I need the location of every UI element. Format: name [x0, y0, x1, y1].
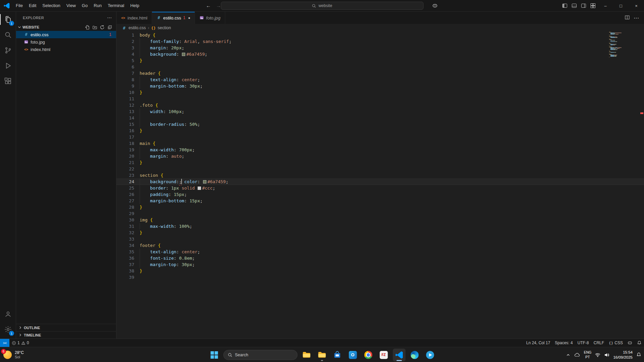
code-line-17[interactable]: 17: [116, 134, 644, 140]
line-number[interactable]: 21: [116, 159, 134, 166]
code-line-29[interactable]: 29: [116, 210, 644, 217]
code-line-10[interactable]: 10}: [116, 89, 644, 96]
menu-run[interactable]: Run: [91, 0, 105, 11]
code-line-9[interactable]: 9 margin-bottom: 30px;: [116, 83, 644, 89]
copilot-status-icon[interactable]: [625, 339, 635, 347]
refresh-icon[interactable]: [99, 24, 105, 31]
line-number[interactable]: 25: [116, 185, 134, 191]
code-line-16[interactable]: 16}: [116, 127, 644, 134]
language-mode[interactable]: {}CSS: [606, 339, 625, 347]
line-number[interactable]: 24: [116, 178, 134, 185]
line-number[interactable]: 37: [116, 261, 134, 268]
tray-chevron-up-icon[interactable]: [566, 353, 571, 357]
line-number[interactable]: 31: [116, 223, 134, 229]
toggle-secondary-sidebar-icon[interactable]: [579, 0, 588, 11]
minimap[interactable]: [609, 32, 639, 58]
taskbar-chrome-icon[interactable]: [362, 349, 375, 361]
code-line-36[interactable]: 36 font-size: 0.8em;: [116, 255, 644, 261]
breadcrumb-file[interactable]: estilo.css: [129, 25, 146, 30]
taskbar-vscode-icon[interactable]: [393, 349, 405, 361]
line-number[interactable]: 1: [116, 32, 134, 38]
line-number[interactable]: 14: [116, 115, 134, 121]
code-line-22[interactable]: 22: [116, 166, 644, 172]
line-number[interactable]: 17: [116, 134, 134, 140]
code-line-34[interactable]: 34footer {: [116, 242, 644, 249]
activity-settings-icon[interactable]: 1: [0, 322, 16, 337]
overview-ruler[interactable]: [639, 32, 644, 339]
line-number[interactable]: 22: [116, 166, 134, 172]
activity-search-icon[interactable]: [0, 27, 16, 43]
menu-go[interactable]: Go: [79, 0, 91, 11]
code-line-21[interactable]: 21}: [116, 159, 644, 166]
code-line-33[interactable]: 33: [116, 236, 644, 242]
line-number[interactable]: 16: [116, 127, 134, 134]
code-line-38[interactable]: 38}: [116, 268, 644, 274]
line-number[interactable]: 30: [116, 217, 134, 223]
code-line-32[interactable]: 32}: [116, 229, 644, 236]
editor[interactable]: 1body {2 font-family: Arial, sans-serif;…: [116, 32, 644, 339]
copilot-icon[interactable]: [431, 2, 439, 9]
minimize-button[interactable]: –: [598, 0, 613, 11]
code-line-28[interactable]: 28}: [116, 204, 644, 210]
code-line-30[interactable]: 30img {: [116, 217, 644, 223]
code-line-13[interactable]: 13 width: 100px;: [116, 108, 644, 115]
line-number[interactable]: 35: [116, 249, 134, 255]
line-number[interactable]: 29: [116, 210, 134, 217]
line-number[interactable]: 32: [116, 229, 134, 236]
code-line-2[interactable]: 2 font-family: Arial, sans-serif;: [116, 38, 644, 45]
line-number[interactable]: 36: [116, 255, 134, 261]
tab-estilo.css[interactable]: #estilo.css1●: [152, 12, 195, 24]
collapse-folders-icon[interactable]: [106, 24, 113, 31]
code-line-39[interactable]: 39: [116, 274, 644, 280]
command-center-search[interactable]: website: [221, 2, 424, 10]
line-number[interactable]: 6: [116, 64, 134, 70]
tab-index.html[interactable]: <>index.html: [116, 12, 152, 24]
timeline-section[interactable]: TIMELINE: [16, 331, 116, 339]
new-file-icon[interactable]: [84, 24, 91, 31]
code-line-15[interactable]: 15 border-radius: 50%;: [116, 121, 644, 127]
activity-run-debug-icon[interactable]: [0, 58, 16, 73]
activity-explorer-icon[interactable]: 1: [0, 12, 16, 27]
line-number[interactable]: 38: [116, 268, 134, 274]
line-number[interactable]: 34: [116, 242, 134, 249]
line-number[interactable]: 2: [116, 38, 134, 45]
close-button[interactable]: ×: [629, 0, 644, 11]
line-number[interactable]: 23: [116, 172, 134, 178]
code-line-26[interactable]: 26 padding: 15px;: [116, 191, 644, 198]
code-line-1[interactable]: 1body {: [116, 32, 644, 38]
start-button[interactable]: [208, 349, 220, 361]
editor-more-actions-icon[interactable]: ···: [634, 15, 639, 20]
taskbar-store-icon[interactable]: [331, 349, 344, 361]
file-foto.jpg[interactable]: foto.jpg: [16, 38, 116, 46]
taskbar-edge-icon[interactable]: [408, 349, 421, 361]
line-number[interactable]: 3: [116, 45, 134, 51]
code-line-20[interactable]: 20 margin: auto;: [116, 153, 644, 159]
code-line-8[interactable]: 8 text-align: center;: [116, 76, 644, 83]
maximize-button[interactable]: □: [613, 0, 629, 11]
line-number[interactable]: 39: [116, 274, 134, 280]
cursor-position[interactable]: Ln 24, Col 17: [524, 339, 552, 347]
wifi-icon[interactable]: [595, 352, 600, 358]
code-line-14[interactable]: 14: [116, 115, 644, 121]
code-line-4[interactable]: 4 background: #6a7459;: [116, 51, 644, 57]
activity-extensions-icon[interactable]: [0, 73, 16, 89]
breadcrumb-symbol[interactable]: section: [158, 25, 171, 30]
taskbar-explorer-icon[interactable]: [300, 349, 313, 361]
volume-icon[interactable]: [604, 352, 609, 358]
tab-foto.jpg[interactable]: foto.jpg: [195, 12, 225, 24]
line-number[interactable]: 10: [116, 89, 134, 96]
line-number[interactable]: 7: [116, 70, 134, 76]
code-line-3[interactable]: 3 margin: 20px;: [116, 45, 644, 51]
code-line-27[interactable]: 27 margin-bottom: 15px;: [116, 198, 644, 204]
toggle-panel-icon[interactable]: [569, 0, 579, 11]
line-number[interactable]: 28: [116, 204, 134, 210]
line-number[interactable]: 5: [116, 57, 134, 64]
file-index.html[interactable]: <>index.html: [16, 46, 116, 53]
back-button[interactable]: ←: [204, 0, 213, 11]
code-line-35[interactable]: 35 text-align: center;: [116, 249, 644, 255]
taskbar-folder-icon[interactable]: [315, 349, 328, 361]
remote-indicator[interactable]: ><: [0, 339, 9, 347]
menu-selection[interactable]: Selection: [39, 0, 63, 11]
line-number[interactable]: 8: [116, 76, 134, 83]
color-swatch[interactable]: [198, 187, 201, 190]
